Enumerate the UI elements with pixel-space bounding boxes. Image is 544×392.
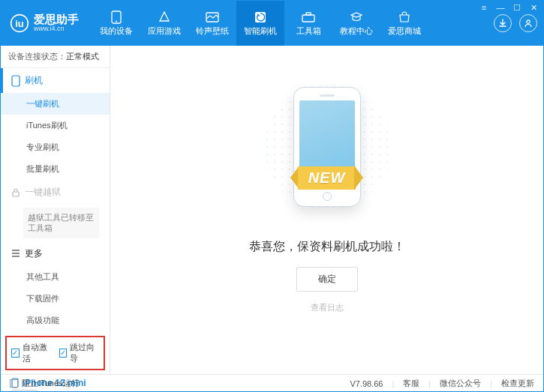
view-log-link[interactable]: 查看日志 bbox=[311, 302, 344, 313]
main-nav: 我的设备 应用游戏 铃声壁纸 智能刷机 工具箱 教程中心 爱思商城 bbox=[92, 1, 494, 46]
checkbox-icon bbox=[10, 379, 18, 388]
main-content: NEW 恭喜您，保资料刷机成功啦！ 确定 查看日志 bbox=[110, 46, 543, 374]
success-illustration: NEW bbox=[248, 68, 406, 226]
user-icon bbox=[524, 19, 533, 28]
sidebar-item-pro-flash[interactable]: 专业刷机 bbox=[1, 136, 110, 158]
download-button[interactable] bbox=[494, 14, 512, 32]
svg-rect-9 bbox=[12, 76, 20, 86]
version-text: V7.98.66 bbox=[350, 379, 383, 388]
options-icon[interactable]: ≡ bbox=[479, 2, 489, 13]
sidebar-item-itunes-flash[interactable]: iTunes刷机 bbox=[1, 115, 110, 136]
phone-icon bbox=[11, 75, 20, 87]
sidebar-group-more[interactable]: 更多 bbox=[1, 241, 110, 266]
svg-point-8 bbox=[527, 20, 530, 23]
wallpaper-icon bbox=[205, 10, 220, 24]
header-actions bbox=[494, 14, 537, 32]
lock-icon bbox=[11, 188, 20, 197]
nav-tutorials[interactable]: 教程中心 bbox=[332, 1, 380, 46]
sidebar-group-jailbreak: 一键越狱 bbox=[1, 180, 110, 205]
download-icon bbox=[498, 19, 507, 28]
nav-apps[interactable]: 应用游戏 bbox=[140, 1, 188, 46]
checkbox-auto-activate[interactable]: ✓自动激活 bbox=[11, 342, 52, 364]
sidebar-item-download-firmware[interactable]: 下载固件 bbox=[1, 288, 110, 310]
logo-icon: iu bbox=[10, 13, 29, 33]
logo: iu 爱思助手 www.i4.cn bbox=[10, 13, 79, 33]
minimize-icon[interactable]: — bbox=[495, 2, 506, 13]
check-update-link[interactable]: 检查更新 bbox=[501, 378, 534, 389]
highlighted-options: ✓自动激活 ✓跳过向导 bbox=[5, 336, 105, 370]
wechat-link[interactable]: 微信公众号 bbox=[440, 378, 481, 389]
svg-rect-6 bbox=[302, 15, 314, 22]
new-ribbon: NEW bbox=[290, 166, 364, 190]
tutorial-icon bbox=[349, 10, 364, 24]
close-icon[interactable]: ✕ bbox=[528, 2, 539, 13]
phone-icon bbox=[109, 10, 124, 24]
nav-my-device[interactable]: 我的设备 bbox=[92, 1, 140, 46]
checkbox-block-itunes[interactable]: 阻止iTunes运行 bbox=[10, 378, 80, 389]
svg-text:iu: iu bbox=[15, 18, 24, 29]
checkmark-icon: ✓ bbox=[11, 349, 20, 358]
toolbox-icon bbox=[301, 10, 316, 24]
storage-badge: 64GB bbox=[11, 390, 38, 392]
sidebar-item-oneclick-flash[interactable]: 一键刷机 bbox=[1, 93, 110, 115]
flash-icon bbox=[253, 10, 268, 24]
success-message: 恭喜您，保资料刷机成功啦！ bbox=[249, 239, 405, 255]
checkbox-skip-guide[interactable]: ✓跳过向导 bbox=[59, 342, 100, 364]
sidebar-group-flash[interactable]: 刷机 bbox=[1, 68, 110, 93]
nav-toolbox[interactable]: 工具箱 bbox=[284, 1, 332, 46]
window-controls: ≡ — ☐ ✕ bbox=[479, 2, 539, 13]
more-icon bbox=[11, 250, 20, 257]
sidebar-item-other-tools[interactable]: 其他工具 bbox=[1, 266, 110, 288]
maximize-icon[interactable]: ☐ bbox=[512, 2, 522, 13]
user-button[interactable] bbox=[519, 14, 537, 32]
nav-flash[interactable]: 智能刷机 bbox=[236, 1, 284, 46]
svg-rect-10 bbox=[13, 192, 19, 196]
app-title: 爱思助手 bbox=[34, 13, 79, 26]
device-status: 设备连接状态：正常模式 bbox=[1, 46, 110, 68]
store-icon bbox=[397, 10, 412, 24]
jailbreak-note: 越狱工具已转移至工具箱 bbox=[23, 208, 99, 238]
customer-service-link[interactable]: 客服 bbox=[403, 378, 419, 389]
nav-store[interactable]: 爱思商城 bbox=[380, 1, 428, 46]
sidebar-item-advanced[interactable]: 高级功能 bbox=[1, 310, 110, 331]
sidebar: 设备连接状态：正常模式 刷机 一键刷机 iTunes刷机 专业刷机 批量刷机 一… bbox=[1, 46, 110, 374]
app-subtitle: www.i4.cn bbox=[34, 25, 79, 33]
svg-point-3 bbox=[116, 20, 117, 22]
nav-ringtones[interactable]: 铃声壁纸 bbox=[188, 1, 236, 46]
checkmark-icon: ✓ bbox=[59, 349, 68, 358]
apps-icon bbox=[157, 10, 172, 24]
sidebar-item-batch-flash[interactable]: 批量刷机 bbox=[1, 158, 110, 180]
svg-rect-7 bbox=[306, 13, 311, 15]
confirm-button[interactable]: 确定 bbox=[296, 267, 358, 292]
app-header: ≡ — ☐ ✕ iu 爱思助手 www.i4.cn 我的设备 应用游戏 铃声壁纸… bbox=[1, 1, 543, 46]
